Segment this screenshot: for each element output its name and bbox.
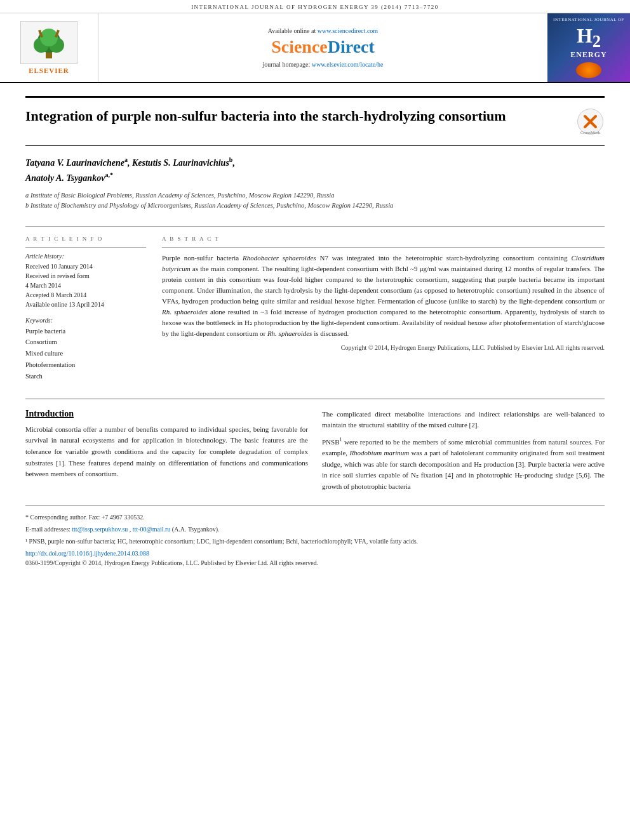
email2-link[interactable]: ttt-00@mail.ru [133,526,170,533]
copyright-footer: 0360-3199/Copyright © 2014, Hydrogen Ene… [25,559,605,566]
available-online: Available online 13 April 2014 [25,300,146,309]
intro-para1: Microbial consortia offer a number of be… [25,424,308,480]
body-right-col: The complicated direct metabolite intera… [322,409,605,493]
authors-section: Tatyana V. Laurinavichenea, Kestutis S. … [25,146,605,215]
footnote1-text: ¹ PNSB, purple non-sulfur bacteria; HC, … [25,537,605,546]
introduction-heading: Introduction [25,409,308,419]
journal-cover-circle [576,62,601,78]
body-two-col: Introduction Microbial consortia offer a… [25,409,605,493]
crossmark-icon: CrossMark [576,107,605,136]
abstract-heading: A B S T R A C T [162,236,605,242]
journal-title-small: International Journal of [553,17,624,23]
keywords-section: Keywords: Purple bacteria Consortium Mix… [25,317,146,382]
svg-text:CrossMark: CrossMark [580,130,601,135]
article-info-heading: A R T I C L E I N F O [25,236,146,242]
affiliation-a: a Institute of Basic Biological Problems… [25,190,605,201]
abstract-col: A B S T R A C T Purple non-sulfur bacter… [162,236,605,382]
journal-header: INTERNATIONAL JOURNAL OF HYDROGEN ENERGY… [0,0,630,13]
sciencedirect-link[interactable]: www.sciencedirect.com [318,27,378,34]
received2-date: 4 March 2014 [25,281,146,290]
keyword-mixed-culture: Mixed culture [25,348,146,359]
svg-point-4 [40,29,58,46]
intro-para3: PNSB1 were reported to be the members of… [322,436,605,493]
journal-homepage: journal homepage: www.elsevier.com/locat… [263,61,384,68]
introduction-section: Introduction Microbial consortia offer a… [25,398,605,493]
sciencedirect-logo: ScienceDirect [271,37,375,57]
banner-row: ELSEVIER Available online at www.science… [0,13,630,83]
keyword-purple-bacteria: Purple bacteria [25,326,146,337]
intro-para2: The complicated direct metabolite intera… [322,409,605,431]
footnotes-section: * Corresponding author. Fax: +7 4967 330… [25,505,605,566]
elsevier-logo-section: ELSEVIER [0,13,98,82]
article-info-col: A R T I C L E I N F O Article history: R… [25,236,146,382]
affiliations: a Institute of Basic Biological Problems… [25,190,605,211]
authors-line: Tatyana V. Laurinavichenea, Kestutis S. … [25,155,605,185]
keyword-consortium: Consortium [25,337,146,348]
accepted: Accepted 8 March 2014 [25,290,146,300]
keyword-photofermentation: Photofermentation [25,359,146,371]
body-left-col: Introduction Microbial consortia offer a… [25,409,308,493]
article-title-section: Integration of purple non-sulfur bacteri… [25,96,605,146]
journal-cover-right: International Journal of H2 ENERGY [547,13,630,82]
affiliation-b: b Institute of Biochemistry and Physiolo… [25,201,605,211]
article-content: Integration of purple non-sulfur bacteri… [0,83,630,579]
keywords-label: Keywords: [25,317,146,324]
homepage-link[interactable]: www.elsevier.com/locate/he [312,61,384,68]
doi-link[interactable]: http://dx.doi.org/10.1016/j.ijhydene.201… [25,550,605,557]
abstract-block: Purple non-sulfur bacteria Rhodobacter s… [162,247,605,351]
elsevier-logo-box [20,21,77,64]
article-info-block: Article history: Received 10 January 201… [25,247,146,382]
abstract-copyright: Copyright © 2014, Hydrogen Energy Public… [162,344,605,351]
journal-header-text: INTERNATIONAL JOURNAL OF HYDROGEN ENERGY… [191,4,439,10]
h2-large-text: H2 [577,25,601,50]
corresponding-author: * Corresponding author. Fax: +7 4967 330… [25,512,605,522]
elsevier-tree-icon [23,23,74,62]
elsevier-label: ELSEVIER [29,67,69,74]
abstract-text: Purple non-sulfur bacteria Rhodobacter s… [162,253,605,339]
banner-center: Available online at www.sciencedirect.co… [98,13,547,82]
article-title: Integration of purple non-sulfur bacteri… [25,107,576,126]
keyword-starch: Starch [25,371,146,382]
history-subsection: Article history: Received 10 January 201… [25,253,146,309]
history-label: Article history: [25,253,146,260]
two-col-layout: A R T I C L E I N F O Article history: R… [25,226,605,382]
received1: Received 10 January 2014 [25,262,146,271]
received2: Received in revised form [25,271,146,281]
energy-text: ENERGY [570,50,607,60]
available-text: Available online at www.sciencedirect.co… [268,27,378,34]
email-addresses: E-mail addresses: ttt@issp.serpukhov.su … [25,524,605,534]
email1-link[interactable]: ttt@issp.serpukhov.su [72,526,128,533]
